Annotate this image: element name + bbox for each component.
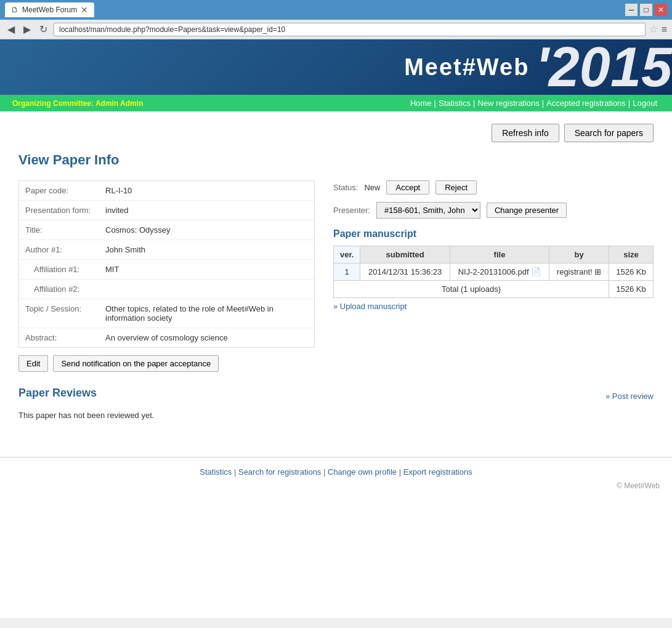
col-file-header: file [450, 246, 549, 264]
affiliation1-label: Affiliation #1: [19, 260, 99, 280]
edit-buttons: Edit Send notification on the paper acce… [18, 355, 654, 372]
status-row: Status: New Accept Reject [333, 180, 654, 195]
manuscript-file: NIJ-2-20131006.pdf 📄 [450, 264, 549, 281]
manuscript-ver: 1 [334, 264, 360, 281]
manuscript-total-size: 1526 Kb [609, 281, 653, 298]
close-button[interactable]: ✕ [655, 4, 667, 16]
affiliation2-label: Affiliation #2: [19, 280, 99, 299]
maximize-button[interactable]: □ [640, 4, 652, 16]
topic-row: Topic / Session: Other topics, related t… [19, 299, 314, 328]
reject-button[interactable]: Reject [435, 180, 477, 195]
edit-button[interactable]: Edit [18, 355, 48, 372]
paper-code-value: RL-I-10 [99, 181, 314, 201]
refresh-info-button[interactable]: Refresh info [492, 124, 559, 142]
manuscript-by: registrant! ⊞ [549, 264, 609, 281]
notify-button[interactable]: Send notification on the paper acceptanc… [53, 355, 219, 372]
change-presenter-button[interactable]: Change presenter [487, 203, 567, 218]
tab-icon: 🗋 [11, 6, 18, 14]
refresh-button[interactable]: ↻ [37, 22, 50, 36]
manuscript-total-label: Total (1 uploads) [334, 281, 609, 298]
affiliation2-value [99, 280, 314, 299]
forward-button[interactable]: ▶ [21, 22, 33, 36]
nav-links: Home | Statistics | New registrations | … [408, 99, 660, 108]
nav-home[interactable]: Home [408, 99, 434, 108]
abstract-row: Abstract: An overview of cosmology scien… [19, 328, 314, 348]
tab-close-icon[interactable]: ✕ [81, 5, 88, 15]
file-icon: 📄 [531, 267, 541, 276]
browser-tab[interactable]: 🗋 MeetWeb Forum ✕ [5, 2, 94, 17]
col-submitted-header: submitted [360, 246, 450, 264]
search-papers-button[interactable]: Search for papers [564, 124, 654, 142]
affiliation1-row: Affiliation #1: MIT [19, 260, 314, 280]
nav-statistics[interactable]: Statistics [436, 99, 473, 108]
nav-accepted-registrations[interactable]: Accepted registrations [544, 99, 628, 108]
title-row: Title: Cosmos: Odyssey [19, 220, 314, 240]
footer-links: Statistics | Search for registrations | … [12, 467, 660, 477]
no-review-text: This paper has not been reviewed yet. [18, 411, 654, 420]
title-label: Title: [19, 220, 99, 240]
paper-right-panel: Status: New Accept Reject Presenter: #15… [333, 180, 654, 348]
manuscript-total-row: Total (1 uploads) 1526 Kb [334, 281, 654, 298]
manuscript-size: 1526 Kb [609, 264, 653, 281]
reviews-section: Paper Reviews » Post review This paper h… [18, 387, 654, 420]
main-content: Refresh info Search for papers View Pape… [0, 111, 672, 432]
manuscript-title: Paper manuscript [333, 228, 654, 240]
topic-value: Other topics, related to the role of Mee… [99, 299, 314, 328]
manuscript-table: ver. submitted file by size 1 2014/12/31… [333, 246, 654, 298]
action-buttons: Refresh info Search for papers [18, 124, 654, 142]
site-footer: Statistics | Search for registrations | … [0, 457, 672, 500]
author-label: Author #1: [19, 240, 99, 260]
title-value: Cosmos: Odyssey [99, 220, 314, 240]
page-title: View Paper Info [18, 152, 654, 168]
site-header: Meet#Web '2015 [0, 39, 672, 95]
brand-year: '2015 [535, 39, 672, 95]
nav-new-registrations[interactable]: New registrations [475, 99, 541, 108]
presenter-select[interactable]: #158-601, Smith, John [376, 202, 480, 219]
brand-name: Meet#Web [404, 54, 535, 81]
upload-manuscript-link[interactable]: » Upload manuscript [333, 302, 407, 311]
manuscript-submitted: 2014/12/31 15:36:23 [360, 264, 450, 281]
tab-title: MeetWeb Forum [22, 6, 77, 14]
footer-export-registrations[interactable]: Export registrations [403, 467, 472, 477]
abstract-value: An overview of cosmology science [99, 328, 314, 348]
status-value: New [364, 183, 380, 192]
accept-button[interactable]: Accept [386, 180, 429, 195]
header-brand: Meet#Web '2015 [404, 39, 672, 95]
reviews-title: Paper Reviews [18, 387, 97, 400]
paper-info-grid: Paper code: RL-I-10 Presentation form: i… [18, 180, 654, 348]
nav-logout[interactable]: Logout [630, 99, 660, 108]
paper-code-label: Paper code: [19, 181, 99, 201]
footer-copyright: © Meet#Web [12, 481, 660, 490]
presentation-label: Presentation form: [19, 201, 99, 220]
manuscript-row: 1 2014/12/31 15:36:23 NIJ-2-20131006.pdf… [334, 264, 654, 281]
col-size-header: size [609, 246, 653, 264]
paper-details-table: Paper code: RL-I-10 Presentation form: i… [18, 180, 315, 348]
manuscript-section: Paper manuscript ver. submitted file by … [333, 228, 654, 311]
presenter-label: Presenter: [333, 206, 370, 215]
presentation-value: invited [99, 201, 314, 220]
footer-statistics[interactable]: Statistics [200, 467, 232, 477]
copy-icon: ⊞ [594, 267, 601, 276]
browser-menu-icon[interactable]: ≡ [662, 24, 667, 35]
presenter-row: Presenter: #158-601, Smith, John Change … [333, 202, 654, 219]
bookmark-icon[interactable]: ☆ [649, 23, 658, 35]
paper-code-row: Paper code: RL-I-10 [19, 181, 314, 201]
author-row: Author #1: John Smith [19, 240, 314, 260]
footer-search-registrations[interactable]: Search for registrations [238, 467, 321, 477]
col-ver-header: ver. [334, 246, 360, 264]
post-review-link[interactable]: » Post review [605, 392, 654, 401]
affiliation1-value: MIT [99, 260, 314, 280]
col-by-header: by [549, 246, 609, 264]
reviews-header: Paper Reviews » Post review [18, 387, 654, 406]
status-label: Status: [333, 183, 358, 192]
user-label: Organizing Committee: Admin Admin [12, 99, 143, 108]
footer-change-profile[interactable]: Change own profile [328, 467, 397, 477]
presentation-row: Presentation form: invited [19, 201, 314, 220]
back-button[interactable]: ◀ [5, 22, 17, 36]
url-bar[interactable] [54, 23, 646, 36]
topic-label: Topic / Session: [19, 299, 99, 328]
affiliation2-row: Affiliation #2: [19, 280, 314, 299]
abstract-label: Abstract: [19, 328, 99, 348]
author-value: John Smith [99, 240, 314, 260]
minimize-button[interactable]: ─ [625, 4, 638, 16]
